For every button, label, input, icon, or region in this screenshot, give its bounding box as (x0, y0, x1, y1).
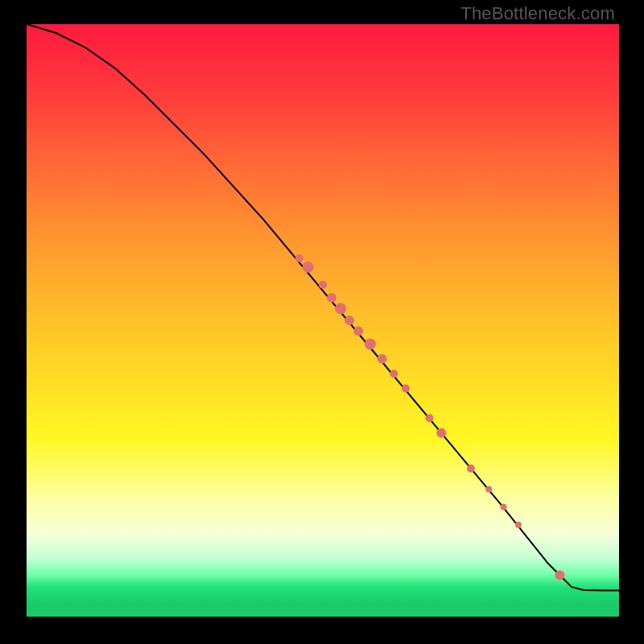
plot-area (27, 24, 619, 617)
data-point (335, 303, 346, 314)
data-point (515, 522, 522, 528)
chart-overlay-svg (27, 24, 619, 617)
data-point (555, 571, 564, 580)
data-point (319, 281, 327, 289)
chart-frame: TheBottleneck.com (0, 0, 644, 644)
data-point (353, 326, 363, 336)
data-point (436, 428, 446, 438)
watermark-text: TheBottleneck.com (460, 3, 615, 24)
data-point (467, 464, 475, 473)
data-point (426, 414, 434, 422)
data-point (378, 354, 387, 364)
data-point (327, 293, 336, 303)
data-point (345, 316, 354, 325)
data-point (303, 262, 314, 273)
data-point (295, 254, 303, 262)
data-point (501, 504, 507, 510)
data-point (390, 369, 398, 378)
scatter-points (295, 254, 565, 580)
data-point (485, 486, 492, 493)
curve-line (27, 24, 619, 591)
data-point (365, 338, 376, 349)
data-point (402, 385, 410, 393)
